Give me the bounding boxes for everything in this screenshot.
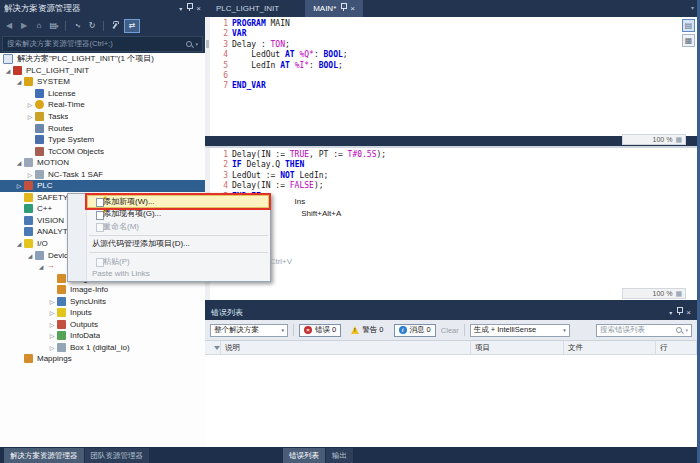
column-header-2[interactable]: 项目 [471, 341, 564, 354]
tree-item-box-1-digital-io[interactable]: ▷Box 1 (digital_io) [0, 342, 205, 354]
search-caret-icon[interactable]: ▾ [195, 41, 198, 47]
message-icon: i [399, 326, 407, 334]
errors-toggle-button[interactable]: × 错误 0 [299, 324, 341, 337]
tree-item-mappings[interactable]: Mappings [0, 353, 205, 365]
tree-item-routes[interactable]: Routes [0, 122, 205, 134]
tree-item-license[interactable]: License [0, 88, 205, 100]
solution-search-input[interactable]: 搜索解决方案资源管理器(Ctrl+;) ▾ [2, 36, 203, 52]
collapse-expander-icon[interactable]: ◢ [25, 252, 35, 259]
tree-item-outputs[interactable]: ▷Outputs [0, 319, 205, 331]
tree-item-inputs[interactable]: ▷Inputs [0, 307, 205, 319]
close-icon[interactable]: × [196, 4, 201, 14]
tab-label: MAIN* [313, 4, 336, 13]
warnings-toggle-button[interactable]: ! 警告 0 [346, 324, 388, 337]
expand-expander-icon[interactable]: ▷ [14, 182, 24, 189]
devices-icon [35, 251, 44, 260]
expand-expander-icon[interactable]: ▷ [47, 321, 57, 328]
error-list-body[interactable] [205, 355, 697, 447]
type-system-icon [35, 135, 44, 144]
tree-item-plc-light-init-1[interactable]: 解决方案"PLC_LIGHT_INIT"(1 个项目) [0, 53, 205, 65]
tree-item-label: Box 1 (digital_io) [70, 343, 130, 352]
filter-dropdown[interactable]: 生成 + IntelliSense▾ [470, 324, 570, 337]
window-position-caret-icon[interactable]: ▾ [669, 308, 672, 318]
tree-item-system[interactable]: ◢SYSTEM [0, 76, 205, 88]
search-caret-icon[interactable]: ▾ [685, 327, 688, 333]
bottom-tab-bar: 解决方案资源管理器团队资源管理器 错误列表输出 [0, 447, 700, 463]
expand-expander-icon[interactable]: ▷ [47, 332, 57, 339]
column-header-4[interactable]: 行 [656, 341, 697, 354]
properties-icon[interactable] [109, 20, 121, 32]
menu-item-w[interactable]: *添加新项(W)...Ins [68, 195, 270, 208]
zoom-level: 100 % [653, 290, 673, 297]
mappings-icon [24, 354, 33, 363]
collapse-expander-icon[interactable]: ◢ [14, 159, 24, 166]
sync-with-active-document-icon[interactable]: ⇄ [124, 19, 140, 33]
implementation-zoom-control[interactable]: 100 % ▦ [622, 288, 686, 299]
pin-icon[interactable] [186, 3, 192, 15]
pending-changes-filter-icon[interactable]: ◔▾ [71, 20, 83, 32]
collapse-expander-icon[interactable]: ◢ [3, 67, 13, 74]
menu-item-paste-with-links: Paste with Links [68, 268, 270, 281]
tabular-view-toggle-icon[interactable]: ▦ [682, 34, 695, 47]
line-number: 7 [210, 81, 232, 91]
home-icon[interactable]: ⌂ [33, 20, 45, 32]
search-icon [185, 40, 193, 48]
textual-view-toggle-icon[interactable]: ▤ [682, 19, 695, 32]
messages-toggle-button[interactable]: i 消息 0 [394, 324, 436, 337]
tree-item-infodata[interactable]: ▷InfoData [0, 330, 205, 342]
column-header-1[interactable]: 说明 [221, 341, 471, 354]
column-header-3[interactable]: 文件 [564, 341, 656, 354]
document-tab-main[interactable]: MAIN*× [305, 0, 363, 17]
declaration-zoom-control[interactable]: 100 % ▦ [622, 134, 686, 145]
close-icon[interactable]: × [686, 308, 691, 318]
code-line: Delay(IN := FALSE); [232, 181, 324, 191]
dock-tab[interactable]: 输出 [326, 448, 353, 463]
line-number: 3 [210, 40, 232, 50]
collapse-expander-icon[interactable]: ◢ [14, 78, 24, 85]
tree-item-syncunits[interactable]: ▷SyncUnits [0, 295, 205, 307]
expand-expander-icon[interactable]: ▷ [47, 298, 57, 305]
tree-item-label: Image-Info [70, 285, 108, 294]
tree-item-real-time[interactable]: ▷Real-Time [0, 99, 205, 111]
tree-item-nc-task-1-saf[interactable]: ▷NC-Task 1 SAF [0, 168, 205, 180]
expand-expander-icon[interactable]: ▷ [47, 309, 57, 316]
declaration-editor[interactable]: 1PROGRAM MAIN2VAR3Delay : TON;4 LedOut A… [205, 17, 697, 136]
sync-icon[interactable]: ↻ [86, 20, 98, 32]
document-tab-plc-light-init[interactable]: PLC_LIGHT_INIT [208, 0, 305, 17]
collapse-expander-icon[interactable]: ◢ [36, 263, 46, 270]
expand-expander-icon[interactable]: ▷ [47, 344, 57, 351]
expand-expander-icon[interactable]: ▷ [25, 113, 35, 120]
collapse-expander-icon[interactable]: ◢ [14, 240, 24, 247]
error-search-input[interactable]: 搜索错误列表 ▾ [596, 324, 692, 337]
dock-tab[interactable]: 团队资源管理器 [85, 448, 150, 463]
dock-tab[interactable]: 解决方案资源管理器 [4, 448, 84, 463]
close-icon[interactable]: × [350, 4, 355, 13]
pin-icon[interactable] [676, 307, 682, 319]
tree-item-label: Mappings [37, 354, 72, 363]
forward-icon[interactable]: ▶ [18, 20, 30, 32]
search-placeholder: 搜索错误列表 [600, 325, 645, 335]
tree-item-type-system[interactable]: Type System [0, 134, 205, 146]
tree-item-tccom-objects[interactable]: TcCOM Objects [0, 145, 205, 157]
tree-item-image-info[interactable]: Image-Info [0, 284, 205, 296]
tree-item-plc-light-init[interactable]: ◢PLC_LIGHT_INIT [0, 65, 205, 77]
error-list-titlebar: 错误列表 ▾ × [205, 305, 697, 320]
tree-item-plc[interactable]: ▷PLC [0, 180, 205, 192]
code-line: IF Delay.Q THEN [232, 160, 304, 170]
menu-item-d[interactable]: 从源代码管理添加项目(D)... [68, 238, 270, 251]
tree-item-motion[interactable]: ◢MOTION [0, 157, 205, 169]
document-well-caret-icon[interactable]: ▾ [691, 4, 694, 11]
severity-column[interactable] [205, 341, 221, 354]
scope-dropdown[interactable]: 整个解决方案▾ [210, 324, 288, 337]
pin-icon[interactable] [340, 3, 346, 14]
collapse-all-icon[interactable]: ▤▾ [48, 20, 60, 32]
back-icon[interactable]: ◀ [3, 20, 15, 32]
expand-expander-icon[interactable]: ▷ [25, 171, 35, 178]
window-position-caret-icon[interactable]: ▾ [179, 4, 182, 14]
vision-icon [24, 216, 33, 225]
tree-item-tasks[interactable]: ▷Tasks [0, 111, 205, 123]
dock-tab[interactable]: 错误列表 [283, 448, 325, 463]
clear-button[interactable]: Clear [441, 326, 459, 335]
implementation-editor[interactable]: 1Delay(IN := TRUE, PT := T#0.5S);2IF Del… [205, 148, 697, 300]
expand-expander-icon[interactable]: ▷ [25, 101, 35, 108]
